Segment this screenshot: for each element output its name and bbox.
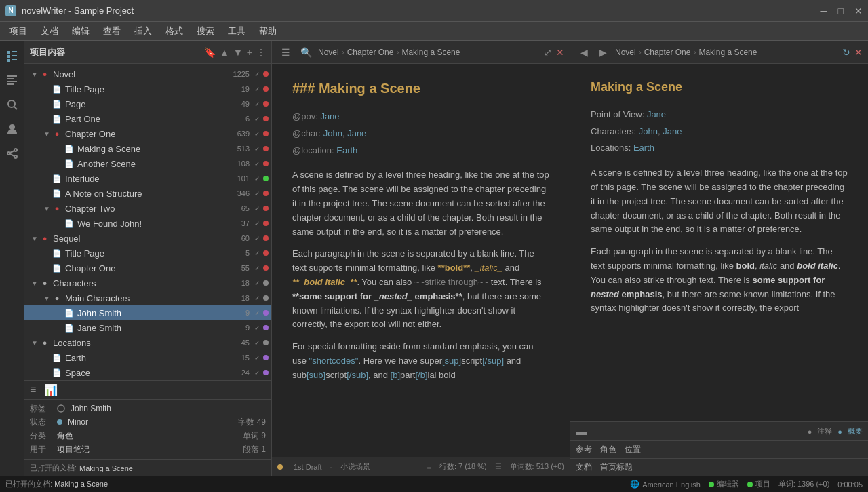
stats-icon[interactable]: 📊 (44, 383, 58, 396)
tree-item-making-a-scene[interactable]: 📄 Making a Scene 513 ✓ (24, 141, 271, 156)
characters-icon[interactable] (3, 119, 22, 138)
char-link-john[interactable]: John (323, 128, 342, 138)
pov-link[interactable]: Jane (320, 111, 339, 121)
tree-item-space[interactable]: 📄 Space 24 ✓ (24, 365, 271, 380)
tree-item-characters[interactable]: ▼ ● Characters 18 ✓ (24, 276, 271, 290)
tree-label: Part One (65, 114, 233, 124)
viewer-forward-icon[interactable]: ▶ (595, 44, 611, 60)
status-dot (57, 419, 62, 425)
sidebar: 项目内容 🔖 ▲ ▼ + ⋮ ▼ ● Novel 1225 ✓ (24, 41, 272, 476)
tree-item-part-one[interactable]: 📄 Part One 6 ✓ (24, 111, 271, 126)
menu-project[interactable]: 项目 (3, 23, 34, 39)
reload-viewer-icon[interactable]: ↻ (842, 47, 850, 58)
tree-label: Interlude (65, 174, 233, 184)
tree-item-sequel-ch1[interactable]: 📄 Chapter One 55 ✓ (24, 261, 271, 276)
tree-item-main-chars[interactable]: ▼ ● Main Characters 18 ✓ (24, 290, 271, 305)
viewer-sep1: › (639, 48, 642, 57)
viewer-pov-link[interactable]: Jane (647, 109, 666, 119)
menu-doc[interactable]: 文档 (34, 23, 65, 39)
down-icon[interactable]: ▼ (233, 47, 243, 58)
tab-loc[interactable]: 位置 (625, 444, 641, 455)
tree-item-locations[interactable]: ▼ ● Locations 45 ✓ (24, 335, 271, 350)
tree-item-sequel[interactable]: ▼ ● Sequel 60 ✓ (24, 231, 271, 246)
editor-content[interactable]: ### Making a Scene @pov: Jane @char: Joh… (272, 64, 570, 457)
tree-item-page[interactable]: 📄 Page 49 ✓ (24, 96, 271, 111)
hamburger-icon[interactable]: ☰ (277, 44, 294, 60)
project-tree-icon[interactable] (3, 46, 22, 65)
viewer-char-john[interactable]: John (639, 126, 658, 136)
editor-footer: 1st Draft · 小说场景 ≡ 行数: 7 (18 %) ☰ 单词数: 5… (272, 457, 570, 476)
folder-icon: ● (39, 69, 50, 79)
novel-outline-icon[interactable] (3, 71, 22, 90)
viewer-panel: ◀ ▶ Novel › Chapter One › Making a Scene… (570, 41, 868, 476)
tree-count: 15 (233, 354, 250, 362)
close-btn[interactable]: ✕ (854, 5, 863, 16)
menu-insert[interactable]: 插入 (127, 23, 159, 39)
summary-label: 概要 (848, 426, 863, 436)
loc-link[interactable]: Earth (336, 145, 357, 155)
svg-point-14 (7, 152, 10, 155)
bookmark-icon[interactable]: 🔖 (204, 47, 216, 58)
tree-item-we-found[interactable]: 📄 We Found John! 37 ✓ (24, 216, 271, 231)
maximize-btn[interactable]: □ (838, 5, 844, 16)
tree-item-another-scene[interactable]: 📄 Another Scene 108 ✓ (24, 156, 271, 171)
folder-icon: ● (52, 128, 62, 139)
menu-help[interactable]: 帮助 (252, 23, 283, 39)
search-icon[interactable] (3, 95, 22, 114)
tree-item-john-smith[interactable]: 📄 John Smith 9 ✓ (24, 305, 271, 320)
editor-title: ### Making a Scene (292, 77, 549, 99)
project-dot (747, 482, 753, 487)
up-icon[interactable]: ▲ (220, 47, 229, 58)
tree-item-earth[interactable]: 📄 Earth 15 ✓ (24, 350, 271, 365)
add-icon[interactable]: + (247, 47, 252, 58)
menu-view[interactable]: 查看 (96, 23, 127, 39)
tab-headline[interactable]: 首页标题 (600, 461, 633, 473)
viewer-char-line: Characters: John, Jane (591, 125, 848, 139)
share-icon[interactable] (3, 144, 22, 163)
viewer-back-icon[interactable]: ◀ (576, 44, 592, 60)
tree-color (263, 86, 269, 92)
viewer-para-1: A scene is defined by a level three head… (591, 166, 848, 237)
char-link-jane[interactable]: Jane (347, 128, 366, 138)
more-icon[interactable]: ⋮ (256, 47, 266, 58)
footer-sep: · (330, 463, 332, 471)
tree-item-chapter-one[interactable]: ▼ ● Chapter One 639 ✓ (24, 126, 271, 141)
open-doc-status: Making a Scene (54, 480, 108, 488)
left-icon-bar (0, 41, 24, 476)
tree-item-title-page[interactable]: 📄 Title Page 19 ✓ (24, 81, 271, 96)
tab-doc[interactable]: 文档 (576, 461, 592, 473)
menu-format[interactable]: 格式 (159, 23, 190, 39)
tree-item-sequel-title[interactable]: 📄 Title Page 5 ✓ (24, 246, 271, 261)
tree-item-chapter-two[interactable]: ▼ ● Chapter Two 65 ✓ (24, 201, 271, 216)
doc-icon: 📄 (64, 322, 75, 333)
menu-tools[interactable]: 工具 (221, 23, 252, 39)
tree-item-novel[interactable]: ▼ ● Novel 1225 ✓ (24, 67, 271, 81)
viewer-char-jane[interactable]: Jane (663, 126, 682, 136)
sidebar-tools: ≡ 📊 (24, 380, 271, 399)
menu-edit[interactable]: 编辑 (65, 23, 96, 39)
menu-search[interactable]: 搜索 (190, 23, 221, 39)
viewer-header: ◀ ▶ Novel › Chapter One › Making a Scene… (570, 41, 868, 64)
tree-count: 346 (233, 189, 250, 197)
svg-rect-4 (7, 59, 10, 62)
svg-point-15 (14, 155, 17, 158)
tree-item-jane-smith[interactable]: 📄 Jane Smith 9 ✓ (24, 320, 271, 335)
folder-icon: ● (52, 292, 62, 303)
maximize-editor-icon[interactable]: ⤢ (544, 47, 552, 58)
doc-icon: 📄 (64, 307, 75, 318)
tab-ref[interactable]: 参考 (576, 444, 592, 455)
tree-item-a-note[interactable]: 📄 A Note on Structure 346 ✓ (24, 186, 271, 201)
svg-rect-9 (7, 83, 14, 85)
tab-char[interactable]: 角色 (600, 444, 616, 455)
minimize-btn[interactable]: ─ (821, 5, 827, 16)
list-icon[interactable]: ≡ (30, 383, 36, 396)
viewer-loc-link[interactable]: Earth (633, 143, 654, 153)
viewer-content: Making a Scene Point of View: Jane Chara… (570, 64, 868, 421)
tree-item-interlude[interactable]: 📄 Interlude 101 ✓ (24, 171, 271, 186)
language-indicator: 🌐 American English (630, 480, 701, 489)
search-editor-icon[interactable]: 🔍 (298, 44, 314, 60)
meta-status-row: 状态 Minor 字数 49 (30, 416, 266, 428)
close-viewer-icon[interactable]: ✕ (854, 47, 863, 58)
close-editor-icon[interactable]: ✕ (556, 47, 564, 58)
svg-line-11 (14, 107, 17, 109)
